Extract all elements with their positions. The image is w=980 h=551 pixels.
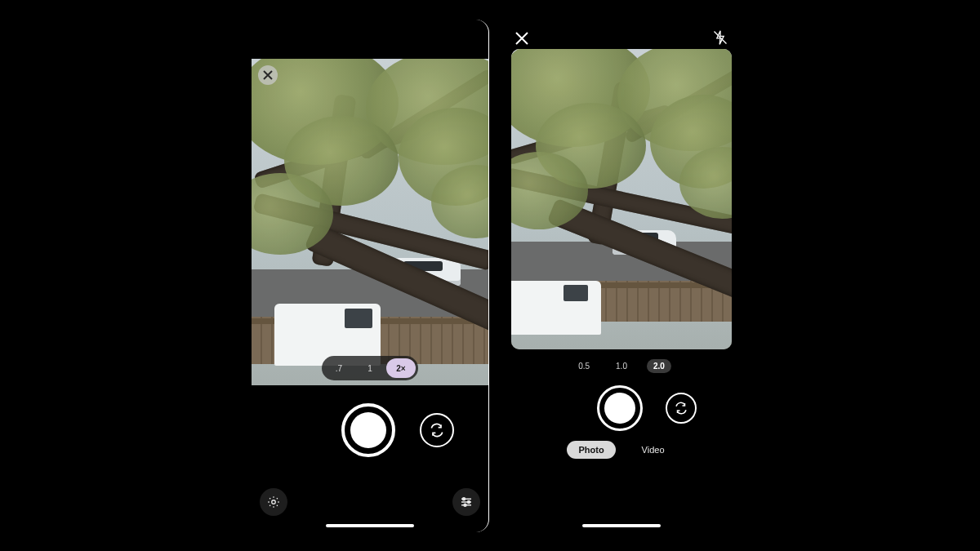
camera-viewfinder[interactable]: [511, 49, 732, 349]
flash-off-button[interactable]: [712, 29, 728, 46]
scene-van: [511, 281, 601, 335]
shutter-row: [503, 385, 740, 431]
svg-point-0: [272, 500, 276, 504]
zoom-option-0[interactable]: .7: [324, 358, 354, 378]
home-indicator[interactable]: [326, 524, 414, 527]
shutter-row: [252, 403, 488, 457]
svg-point-1: [463, 498, 466, 500]
shutter-button[interactable]: [597, 385, 643, 431]
svg-point-2: [468, 501, 470, 504]
flash-off-icon: [712, 29, 728, 46]
sliders-icon: [459, 495, 474, 509]
shutter-inner: [604, 393, 635, 424]
mode-photo[interactable]: Photo: [567, 441, 615, 459]
camera-viewfinder[interactable]: .7 1 2×: [252, 59, 488, 385]
phone-screenshot-left: .7 1 2×: [252, 20, 489, 532]
close-icon: [263, 70, 273, 80]
close-button[interactable]: [258, 65, 278, 85]
comparison-stage: .7 1 2×: [0, 0, 980, 551]
flip-camera-icon: [674, 401, 688, 415]
flip-camera-button[interactable]: [666, 393, 697, 424]
spacer: [286, 415, 317, 446]
close-icon: [514, 31, 529, 46]
zoom-option-1[interactable]: 1: [355, 358, 385, 378]
mode-video[interactable]: Video: [630, 441, 676, 459]
home-indicator[interactable]: [582, 524, 661, 527]
gear-icon: [266, 495, 281, 509]
zoom-option-1[interactable]: 1.0: [609, 359, 634, 373]
zoom-selector[interactable]: .7 1 2×: [322, 356, 418, 380]
flip-camera-icon: [429, 422, 445, 438]
phone-screenshot-right: 0.5 1.0 2.0 Photo Video: [503, 20, 740, 532]
close-button[interactable]: [514, 31, 529, 46]
zoom-option-2[interactable]: 2×: [386, 358, 416, 378]
settings-button[interactable]: [260, 488, 287, 516]
shutter-inner: [350, 412, 386, 448]
svg-point-3: [464, 504, 466, 506]
flip-camera-button[interactable]: [420, 413, 454, 447]
spacer: [546, 394, 574, 422]
capture-mode-row[interactable]: Photo Video: [503, 441, 740, 459]
zoom-option-2[interactable]: 2.0: [647, 359, 671, 373]
zoom-option-0[interactable]: 0.5: [572, 359, 596, 373]
zoom-selector[interactable]: 0.5 1.0 2.0: [503, 359, 740, 373]
shutter-button[interactable]: [341, 403, 395, 457]
adjustments-button[interactable]: [452, 488, 480, 516]
